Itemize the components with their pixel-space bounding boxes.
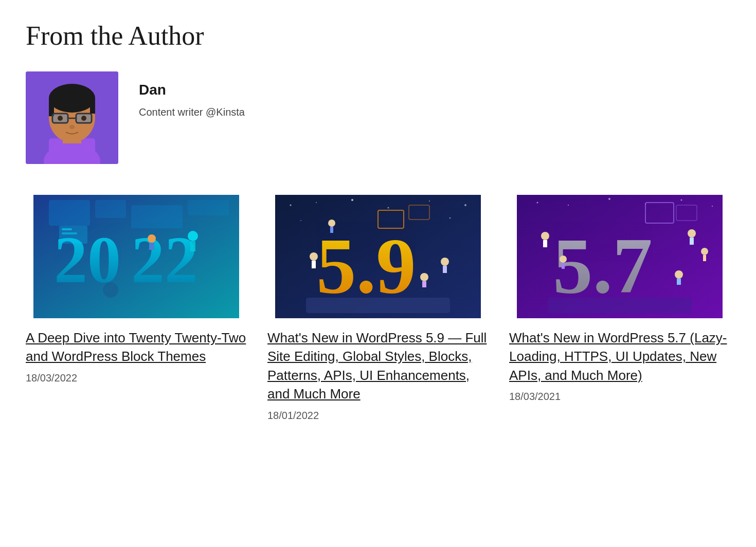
author-name: Dan [139,82,245,98]
page-title: From the Author [26,21,730,51]
svg-point-28 [103,282,118,298]
svg-text:5.7: 5.7 [553,222,653,310]
svg-rect-60 [548,298,692,313]
svg-point-34 [351,199,353,201]
svg-rect-22 [188,200,229,215]
svg-point-55 [608,198,610,200]
svg-point-65 [688,229,696,238]
svg-point-54 [568,205,569,206]
avatar [26,71,118,164]
svg-point-35 [388,207,389,209]
article-title-2[interactable]: What's New in WordPress 5.9 — Full Site … [267,329,489,404]
article-thumbnail-2: 5.9 [267,195,489,318]
svg-point-14 [81,116,86,121]
article-card: 20 22 A Deep Dive into Twenty Tw [26,195,247,422]
article-title-3[interactable]: What's New in WordPress 5.7 (Lazy-Loadin… [509,329,730,385]
svg-point-42 [310,252,318,261]
svg-point-36 [429,200,430,202]
svg-rect-45 [443,266,447,273]
svg-rect-20 [95,200,126,218]
svg-rect-27 [62,232,77,234]
svg-point-5 [49,84,95,113]
svg-rect-41 [306,298,450,313]
svg-rect-62 [543,240,547,247]
svg-point-50 [328,220,335,227]
svg-text:5.9: 5.9 [316,222,416,310]
svg-rect-30 [149,243,154,250]
svg-point-39 [449,217,451,219]
svg-point-67 [701,248,708,255]
svg-point-57 [681,199,682,201]
svg-point-46 [420,273,428,281]
svg-point-23 [188,231,198,241]
svg-rect-19 [49,200,90,226]
svg-point-53 [537,202,538,204]
svg-point-29 [148,234,156,243]
article-date-1: 18/03/2022 [26,372,247,384]
svg-rect-26 [62,228,72,230]
author-bio: Content writer @Kinsta [139,106,245,118]
article-title-1[interactable]: A Deep Dive into Twenty Twenty-Two and W… [26,329,247,366]
svg-rect-66 [690,238,694,245]
author-info: Dan Content writer @Kinsta [139,71,245,118]
svg-point-38 [300,220,301,221]
svg-point-37 [464,204,466,206]
svg-rect-68 [703,255,706,261]
svg-rect-70 [677,279,681,285]
svg-rect-51 [330,227,333,233]
articles-grid: 20 22 A Deep Dive into Twenty Tw [26,195,730,422]
article-card-2: 5.9 What's New in Word [267,195,489,422]
svg-point-61 [541,232,549,240]
article-thumbnail-3: 5.7 [509,195,730,318]
svg-point-58 [712,206,713,207]
svg-rect-64 [562,263,565,269]
svg-point-63 [560,256,567,263]
svg-point-13 [58,116,63,121]
svg-point-32 [290,205,292,206]
svg-rect-43 [312,261,316,268]
svg-text:22: 22 [131,223,198,297]
svg-rect-47 [422,281,426,287]
svg-rect-24 [190,241,195,251]
svg-point-33 [316,202,317,203]
article-thumbnail-1: 20 22 [26,195,247,318]
svg-rect-21 [131,205,183,228]
article-card-3: 5.7 [509,195,730,422]
article-date-2: 18/01/2022 [267,410,489,422]
svg-rect-7 [90,98,95,114]
svg-point-69 [675,270,683,279]
author-section: Dan Content writer @Kinsta [26,71,730,164]
article-date-3: 18/03/2021 [509,391,730,403]
svg-point-44 [441,258,449,266]
svg-point-15 [69,125,75,129]
